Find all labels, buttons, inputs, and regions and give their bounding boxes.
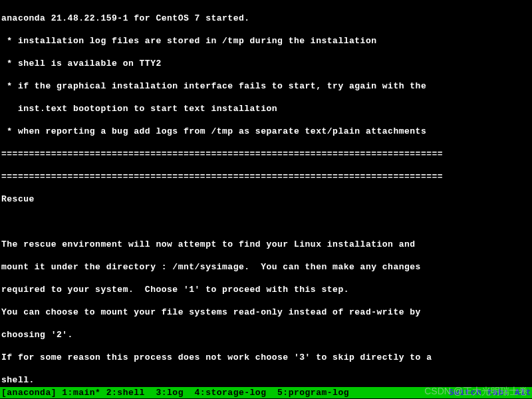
header-line: * when reporting a bug add logs from /tm… [1, 126, 531, 137]
terminal-screen: anaconda 21.48.22.159-1 for CentOS 7 sta… [0, 0, 532, 399]
header-line: * installation log files are stored in /… [1, 35, 531, 47]
separator: ========================================… [1, 171, 531, 182]
header-line: anaconda 21.48.22.159-1 for CentOS 7 sta… [1, 13, 531, 24]
blank-line [1, 216, 531, 227]
rescue-text: required to your system. Choose '1' to p… [1, 284, 531, 295]
header-line: * if the graphical installation interfac… [1, 80, 531, 92]
header-line: inst.text bootoption to start text insta… [1, 103, 531, 114]
rescue-text: You can choose to mount your file system… [1, 307, 531, 318]
rescue-title: Rescue [1, 194, 531, 205]
rescue-text: choosing '2'. [1, 329, 531, 340]
header-line: * shell is available on TTY2 [1, 58, 531, 69]
rescue-text: shell. [1, 374, 531, 386]
rescue-text: If for some reason this process does not… [1, 352, 531, 363]
separator: ========================================… [1, 148, 531, 160]
rescue-text: The rescue environment will now attempt … [1, 239, 531, 250]
watermark: CSDN @正大光明瑞士卷 [424, 386, 528, 397]
status-left: [anaconda] 1:main* 2:shell 3:log 4:stora… [1, 388, 349, 398]
rescue-text: mount it under the directory : /mnt/sysi… [1, 261, 531, 273]
